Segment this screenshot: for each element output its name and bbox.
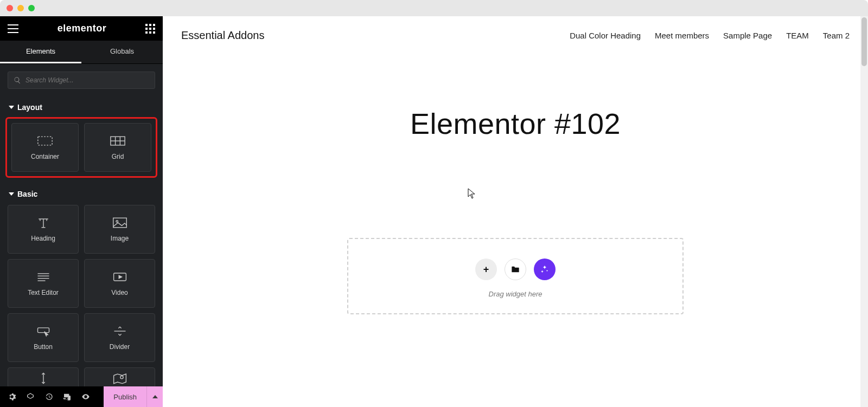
svg-rect-10 xyxy=(113,218,126,228)
widget-label: Video xyxy=(111,289,127,296)
widget-label: Text Editor xyxy=(28,289,59,296)
basic-widgets: Heading Image Text Editor Video Button D… xyxy=(0,203,163,397)
widget-label: Divider xyxy=(110,343,130,351)
caret-down-icon xyxy=(9,192,14,196)
nav-link[interactable]: TEAM xyxy=(786,31,809,40)
navigator-icon[interactable] xyxy=(26,392,35,401)
add-template-button[interactable] xyxy=(505,259,526,280)
svg-rect-18 xyxy=(37,328,49,333)
caret-down-icon xyxy=(9,106,14,109)
primary-nav: Dual Color Heading Meet members Sample P… xyxy=(570,31,850,40)
history-icon[interactable] xyxy=(44,392,53,401)
site-header: Essential Addons Dual Color Heading Meet… xyxy=(179,16,852,47)
widget-video[interactable]: Video xyxy=(84,259,155,308)
tab-globals[interactable]: Globals xyxy=(81,41,163,63)
nav-link[interactable]: Meet members xyxy=(655,31,709,40)
widget-grid[interactable]: Grid xyxy=(84,123,151,172)
svg-rect-0 xyxy=(38,137,52,145)
panel-header: elementor xyxy=(0,16,163,41)
heading-icon xyxy=(36,216,51,229)
widget-label: Image xyxy=(111,235,129,242)
elementor-panel: elementor Elements Globals Layout Contai… xyxy=(0,16,163,407)
publish-button[interactable]: Publish xyxy=(104,386,146,407)
responsive-icon[interactable] xyxy=(63,392,72,401)
widget-divider[interactable]: Divider xyxy=(84,313,155,362)
widget-partial-1[interactable] xyxy=(8,367,79,389)
dropzone-buttons: + xyxy=(475,259,556,280)
widget-label: Container xyxy=(31,153,59,160)
panel-tabs: Elements Globals xyxy=(0,41,163,64)
search-widget-box[interactable] xyxy=(8,72,155,89)
settings-icon[interactable] xyxy=(8,392,16,401)
site-title[interactable]: Essential Addons xyxy=(181,29,264,42)
widget-label: Grid xyxy=(112,153,124,160)
container-icon xyxy=(37,134,53,147)
video-icon xyxy=(112,270,127,283)
panel-footer: Publish xyxy=(0,386,163,407)
elementor-logo: elementor xyxy=(58,23,107,34)
preview-icon[interactable] xyxy=(81,392,90,401)
nav-link[interactable]: Sample Page xyxy=(723,31,772,40)
section-layout-header[interactable]: Layout xyxy=(0,96,163,116)
nav-link[interactable]: Team 2 xyxy=(823,31,850,40)
hamburger-menu-icon[interactable] xyxy=(8,24,18,33)
text-editor-icon xyxy=(36,270,51,283)
widget-container[interactable]: Container xyxy=(11,123,79,172)
apps-grid-icon[interactable] xyxy=(145,24,155,34)
widget-text-editor[interactable]: Text Editor xyxy=(8,259,79,308)
scrollbar[interactable] xyxy=(860,16,868,407)
widget-label: Heading xyxy=(31,235,55,242)
publish-area: Publish xyxy=(104,386,163,407)
widget-button[interactable]: Button xyxy=(8,313,79,362)
section-basic-header[interactable]: Basic xyxy=(0,183,163,203)
widget-partial-2[interactable] xyxy=(84,367,155,389)
divider-icon xyxy=(112,325,127,338)
widget-heading[interactable]: Heading xyxy=(8,205,79,254)
section-basic-title: Basic xyxy=(17,190,37,198)
search-icon xyxy=(14,76,21,84)
tab-elements[interactable]: Elements xyxy=(0,41,81,63)
ai-button[interactable] xyxy=(534,259,556,280)
section-layout-title: Layout xyxy=(17,103,42,112)
traffic-light-zoom[interactable] xyxy=(28,5,35,11)
page-title: Elementor #102 xyxy=(179,107,852,140)
folder-icon xyxy=(511,266,520,273)
svg-marker-17 xyxy=(119,275,122,278)
search-input[interactable] xyxy=(25,76,149,84)
button-icon xyxy=(36,325,51,338)
image-icon xyxy=(112,216,127,229)
add-section-button[interactable]: + xyxy=(475,259,497,280)
traffic-light-minimize[interactable] xyxy=(17,5,24,11)
publish-options-caret[interactable] xyxy=(146,386,163,407)
grid-icon xyxy=(110,134,125,147)
svg-point-11 xyxy=(116,221,118,223)
nav-link[interactable]: Dual Color Heading xyxy=(570,31,641,40)
map-icon xyxy=(112,372,127,385)
ai-sparkle-icon xyxy=(540,264,550,274)
editor-canvas[interactable]: Essential Addons Dual Color Heading Meet… xyxy=(163,16,868,407)
dropzone-hint: Drag widget here xyxy=(489,290,542,298)
traffic-light-close[interactable] xyxy=(7,5,13,11)
spacer-icon xyxy=(36,372,51,385)
svg-point-21 xyxy=(120,376,123,379)
widget-image[interactable]: Image xyxy=(84,205,155,254)
widget-label: Button xyxy=(34,343,53,351)
macos-title-bar xyxy=(0,0,868,16)
add-section-dropzone[interactable]: + Drag widget here xyxy=(347,238,684,314)
layout-widgets-highlight: Container Grid xyxy=(5,117,157,178)
